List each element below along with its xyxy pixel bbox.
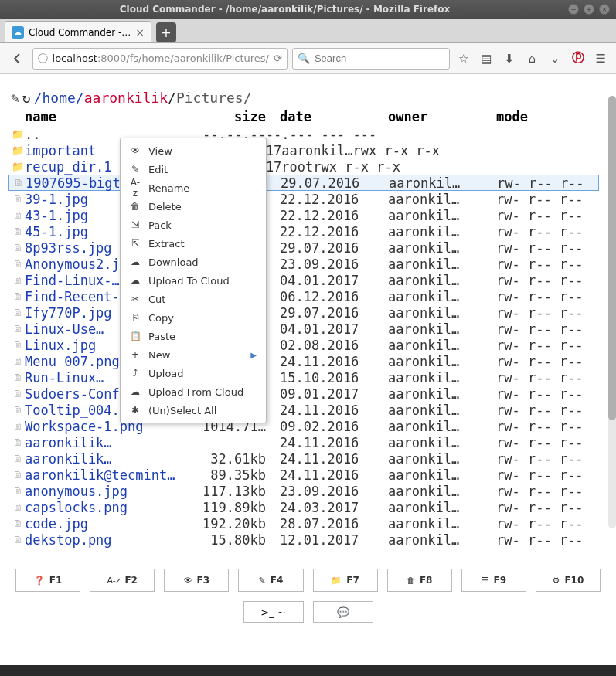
refresh-icon[interactable]: ↻ — [22, 90, 31, 106]
file-name: anonymous.jpg — [25, 484, 202, 499]
context-icon: + — [130, 349, 141, 360]
back-button[interactable] — [6, 48, 28, 70]
terminal-button[interactable]: >_ ~ — [243, 601, 304, 623]
context-upload-from-cloud[interactable]: ☁Upload From Cloud — [121, 382, 266, 401]
context-download[interactable]: ☁Download — [121, 253, 266, 271]
tab-close-icon[interactable]: × — [135, 26, 145, 39]
maximize-icon[interactable]: + — [584, 4, 594, 15]
file-row[interactable]: 🗎Linux-Use…100.57kb04.01.2017aaronkil…rw… — [8, 321, 599, 337]
context-upload-to-cloud[interactable]: ☁Upload To Cloud — [121, 271, 266, 290]
context-cut[interactable]: ✂Cut — [121, 290, 266, 308]
pinterest-icon[interactable]: ⓟ — [569, 49, 587, 68]
file-mode: --- --- --- — [290, 127, 377, 142]
scrollbar-thumb[interactable] — [608, 96, 616, 420]
pocket-icon[interactable]: ⌄ — [546, 49, 564, 68]
bookmark-icon[interactable]: ☆ — [454, 49, 473, 68]
context-icon: ⇱ — [130, 238, 141, 249]
file-mode: rw- r-- r-- — [497, 175, 597, 191]
file-mode: rw- r-- r-- — [496, 273, 597, 288]
fkey-f4[interactable]: ✎F4 — [238, 569, 303, 592]
downloads-icon[interactable]: ⬇ — [500, 49, 519, 68]
reader-icon[interactable]: ▤ — [478, 49, 496, 68]
file-owner: aaronkil… — [388, 256, 496, 272]
close-icon[interactable]: × — [599, 4, 610, 15]
context-delete[interactable]: 🗑Delete — [121, 197, 266, 216]
file-row[interactable]: 🗎anonymous.jpg117.13kb23.09.2016aaronkil… — [8, 483, 599, 499]
file-row[interactable]: 🗎Run-Linux…12.58kb15.10.2016aaronkil…rw-… — [8, 369, 599, 386]
file-row[interactable]: 🗎Find-Linux-…29.92kb04.01.2017aaronkil…r… — [8, 272, 599, 288]
file-row[interactable]: 🗎43-1.jpg61.46kb22.12.2016aaronkil…rw- r… — [8, 207, 599, 223]
file-row[interactable]: 🗎dekstop.png15.80kb12.01.2017aaronkil…rw… — [8, 532, 599, 548]
file-row[interactable]: 🗎1907695-bigthumbna…10.60kb29.07.2016aar… — [8, 175, 599, 191]
scrollbar[interactable] — [608, 96, 616, 528]
file-row[interactable]: 🗎code.jpg192.20kb28.07.2016aaronkil…rw- … — [8, 515, 599, 532]
file-row[interactable]: 📁recup_dir.126.03.2017rootrwx r-x r-x — [8, 158, 599, 175]
chat-button[interactable]: 💬 — [313, 601, 373, 623]
pencil-icon[interactable]: ✎ — [11, 90, 19, 106]
file-row[interactable]: 🗎Menu_007.png234.62kb24.11.2016aaronkil…… — [8, 353, 599, 369]
file-row[interactable]: 🗎aaronkilik…24.11.2016aaronkil…rw- r-- r… — [8, 434, 599, 450]
fkey-f3[interactable]: 👁F3 — [164, 569, 229, 592]
context-upload[interactable]: ⤴Upload — [121, 364, 266, 382]
minimize-icon[interactable]: − — [568, 4, 579, 15]
file-owner: aaronkil… — [388, 321, 496, 337]
browser-tab[interactable]: ☁ Cloud Commander - /ho... × — [5, 21, 151, 42]
context-edit[interactable]: ✎Edit — [121, 160, 266, 178]
context-view[interactable]: 👁View — [121, 141, 266, 160]
fkey-f1[interactable]: ❓F1 — [15, 569, 80, 592]
fkey-f8[interactable]: 🗑F8 — [387, 569, 452, 592]
file-row[interactable]: 📁..--.--.----.--- --- --- — [8, 126, 599, 142]
header-owner[interactable]: owner — [388, 109, 496, 124]
file-date: 23.09.2016 — [280, 256, 388, 272]
context-pack[interactable]: ⇲Pack — [121, 216, 266, 234]
file-row[interactable]: 🗎Linux.jpg36.58kb02.08.2016aaronkil…rw- … — [8, 337, 599, 353]
file-row[interactable]: 🗎45-1.jpg34.22kb22.12.2016aaronkil…rw- r… — [8, 223, 599, 239]
file-row[interactable]: 🗎Ify770P.jpg177.98kb29.07.2016aaronkil…r… — [8, 304, 599, 321]
header-size[interactable]: size — [202, 109, 280, 124]
context-new[interactable]: +New▶ — [121, 345, 266, 364]
file-mode: rw- r-- r-- — [496, 192, 597, 207]
search-bar[interactable]: 🔍 — [292, 48, 450, 70]
file-list: 📁..--.--.----.--- --- ---📁important15.01… — [8, 126, 608, 562]
file-row[interactable]: 🗎aaronkilik…32.61kb24.11.2016aaronkil…rw… — [8, 450, 599, 467]
file-mode: rw- r-- r-- — [496, 467, 597, 483]
site-info-icon[interactable]: ⓘ — [38, 52, 48, 66]
context-rename[interactable]: A-zRename — [121, 178, 266, 197]
file-row[interactable]: 🗎39-1.jpg35.71kb22.12.2016aaronkil…rw- r… — [8, 191, 599, 207]
context--un-select-all[interactable]: ✱(Un)Select All — [121, 401, 266, 420]
context-extract[interactable]: ⇱Extract — [121, 234, 266, 253]
path-home[interactable]: /home/ — [34, 90, 84, 106]
file-row[interactable]: 🗎aaronkilik@tecmint…89.35kb24.11.2016aar… — [8, 467, 599, 483]
file-row[interactable]: 🗎Tooltip_004.png583.57kb24.11.2016aaronk… — [8, 402, 599, 418]
file-date: 29.07.2016 — [280, 240, 388, 256]
file-row[interactable]: 🗎Sudoers-Configurat…10.99kb09.01.2017aar… — [8, 386, 599, 402]
file-mode: rw- r-- r-- — [496, 338, 597, 353]
url-bar[interactable]: ⓘ localhost:8000/fs/home/aaronkilik/Pict… — [32, 48, 288, 70]
path-user[interactable]: aaronkilik — [84, 90, 168, 106]
header-name[interactable]: name — [25, 109, 202, 124]
context-copy[interactable]: ⎘Copy — [121, 308, 266, 327]
menu-icon[interactable]: ☰ — [591, 49, 610, 68]
file-row[interactable]: 🗎8p93rss.jpg63.07kb29.07.2016aaronkil…rw… — [8, 239, 599, 256]
file-row[interactable]: 📁important15.01.2017aaronkil…rwx r-x r-x — [8, 142, 599, 158]
fkey-f2[interactable]: A-zF2 — [90, 569, 155, 592]
context-icon: ⎘ — [130, 312, 141, 323]
search-input[interactable] — [315, 53, 444, 64]
context-paste[interactable]: 📋Paste — [121, 327, 266, 345]
file-date: 04.01.2017 — [280, 273, 388, 288]
home-icon[interactable]: ⌂ — [523, 49, 542, 68]
window-title: Cloud Commander - /home/aaronkilik/Pictu… — [6, 4, 563, 15]
file-row[interactable]: 🗎Find-Recent-Today…22.46kb06.12.2016aaro… — [8, 288, 599, 304]
new-tab-button[interactable]: + — [156, 22, 176, 42]
fkey-f7[interactable]: 📁F7 — [313, 569, 378, 592]
header-mode[interactable]: mode — [496, 109, 597, 124]
file-owner: root — [281, 159, 313, 175]
fkey-f10[interactable]: ⚙F10 — [536, 569, 601, 592]
file-row[interactable]: 🗎capslocks.png119.89kb24.03.2017aaronkil… — [8, 499, 599, 515]
header-date[interactable]: date — [280, 109, 388, 124]
refresh-icon[interactable]: ⟳ — [274, 53, 282, 64]
file-row[interactable]: 🗎Workspace-1.png1014.71…09.02.2016aaronk… — [8, 418, 599, 434]
file-row[interactable]: 🗎Anonymous2.jpg24.38kb23.09.2016aaronkil… — [8, 256, 599, 272]
fkey-icon: ⚙ — [553, 576, 560, 586]
fkey-f9[interactable]: ☰F9 — [461, 569, 526, 592]
